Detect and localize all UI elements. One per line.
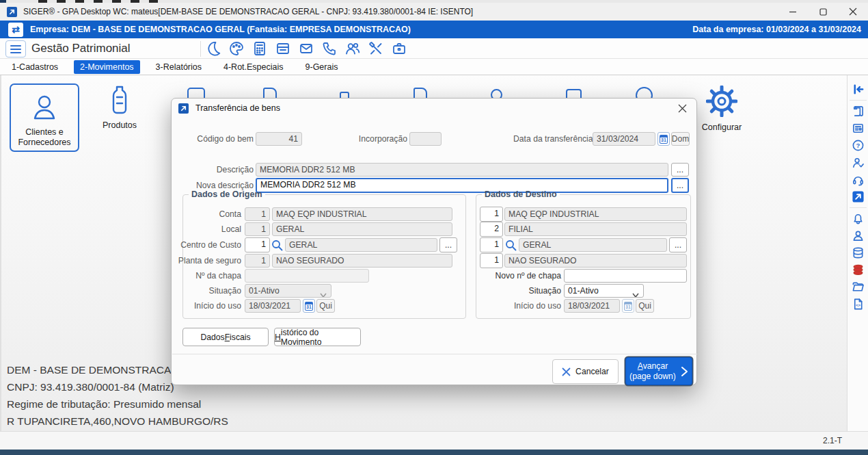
gear-icon <box>706 86 737 117</box>
bottom-window-edge <box>0 450 868 455</box>
tab-rot-especiais[interactable]: 4-Rot.Especiais <box>217 60 290 74</box>
siger-arrow-icon <box>178 103 189 114</box>
n-da-chapa-field <box>245 269 369 283</box>
company-bar: ⇄ Empresa: DEM - BASE DE DEMONSTRACAO GE… <box>0 21 868 38</box>
card-icon[interactable] <box>275 40 291 57</box>
tab-gerais[interactable]: 9-Gerais <box>299 60 344 74</box>
coins-red-icon[interactable] <box>850 263 865 278</box>
moon-icon[interactable] <box>205 40 221 57</box>
novo-n-de-chapa-input[interactable] <box>564 269 687 283</box>
headset-icon[interactable] <box>850 172 865 187</box>
transferencia-de-bens-dialog: Transferência de bens Código do bem 41 I… <box>171 98 697 385</box>
search-icon[interactable] <box>271 238 283 252</box>
codigo-do-bem-label: Código do bem <box>184 132 254 146</box>
cancelar-label: Cancelar <box>575 367 609 376</box>
historico-do-movimento-button[interactable]: Histórico do Movimento <box>274 328 361 346</box>
tab-relatorios[interactable]: 3-Relatórios <box>150 60 208 74</box>
tile-configurar[interactable]: Configurar <box>690 86 753 133</box>
situacao-origem-label: Situação <box>174 284 241 298</box>
local-desc-field: GERAL <box>272 222 452 236</box>
situacao-destino-dropdown[interactable]: 01-Ativo <box>564 284 644 298</box>
database-icon[interactable] <box>850 246 865 261</box>
centro-de-custo-more-button[interactable]: ... <box>439 237 457 252</box>
dados-de-origem-legend: Dados de Origem <box>189 190 265 199</box>
avancar-button[interactable]: Avançar (page down) <box>625 357 692 385</box>
svg-text:<>: <> <box>855 302 860 307</box>
dados-de-destino-legend: Dados de Destino <box>482 190 560 199</box>
destino-cc-num-input[interactable]: 1 <box>480 237 503 252</box>
inicio-do-uso-destino-label: Início do uso <box>486 299 561 313</box>
incorporacao-field <box>409 132 442 146</box>
tile-label: Clientes e Fornecedores <box>11 127 78 148</box>
dados-fiscais-button[interactable]: Dados Fiscais <box>182 328 269 346</box>
calculator-icon[interactable] <box>252 40 268 57</box>
calendar-icon[interactable]: 31 <box>303 299 315 313</box>
application-window: SIGER® - GPA Desktop WC: mateus[DEM-BASE… <box>0 0 868 455</box>
destino-cc-more-button[interactable]: ... <box>669 237 687 252</box>
users-icon[interactable] <box>344 40 361 57</box>
company-name: Empresa: DEM - BASE DE DEMONSTRACAO GERA… <box>30 25 411 34</box>
conta-label: Conta <box>188 207 241 221</box>
siger-arrow-icon <box>7 7 17 17</box>
tile-produtos[interactable]: Produtos <box>88 85 151 131</box>
divider <box>850 207 867 208</box>
status-bar: 2.1-T <box>0 431 868 450</box>
phone-icon[interactable] <box>321 40 338 57</box>
tab-bar: 1-Cadastros 2-Movimentos 3-Relatórios 4-… <box>0 59 868 75</box>
inicio-do-uso-destino-field: 18/03/2021 <box>564 299 620 313</box>
user-check-icon[interactable] <box>850 155 865 170</box>
situacao-origem-dropdown: 01-Ativo <box>245 284 331 298</box>
folder-open-icon[interactable] <box>850 280 865 295</box>
destino-planta-num-input[interactable]: 1 <box>480 253 503 268</box>
help-icon[interactable]: ? <box>850 138 865 153</box>
destino-local-desc-field: FILIAL <box>504 222 687 236</box>
dialog-close-icon[interactable] <box>670 100 694 116</box>
close-icon[interactable] <box>838 3 868 21</box>
tile-clientes-fornecedores[interactable]: Clientes e Fornecedores <box>10 83 79 152</box>
module-title: Gestão Patrimonial <box>31 42 131 55</box>
palette-icon[interactable] <box>228 40 245 57</box>
collapse-left-icon[interactable] <box>850 82 865 97</box>
tab-cadastros[interactable]: 1-Cadastros <box>5 60 64 74</box>
calendar-icon: 31 <box>622 299 634 313</box>
hamburger-icon[interactable] <box>5 40 26 57</box>
newspaper-icon[interactable] <box>850 121 865 136</box>
conta-num-field: 1 <box>245 207 270 221</box>
scroll-icon[interactable] <box>850 104 865 119</box>
dialog-header[interactable]: Transferência de bens <box>172 99 696 118</box>
cancelar-button[interactable]: Cancelar <box>552 359 619 384</box>
destino-planta-desc-field: NAO SEGURADO <box>504 254 687 268</box>
bell-icon[interactable] <box>850 211 865 226</box>
destino-local-num-input[interactable]: 2 <box>480 222 503 237</box>
file-code-icon[interactable]: <> <box>850 297 865 312</box>
situacao-destino-label: Situação <box>486 284 561 298</box>
search-icon[interactable] <box>504 238 517 252</box>
swap-arrows-icon[interactable]: ⇄ <box>8 23 23 37</box>
tools-icon[interactable] <box>368 40 384 57</box>
destino-conta-desc-field: MAQ EQP INDUSTRIAL <box>504 207 687 221</box>
tab-movimentos[interactable]: 2-Movimentos <box>74 60 140 74</box>
weekday-box: Dom <box>671 132 690 146</box>
maximize-icon[interactable] <box>808 3 838 21</box>
data-transferencia-field: 31/03/2024 <box>593 132 655 146</box>
centro-de-custo-num-input[interactable]: 1 <box>245 237 270 252</box>
divider <box>850 100 867 101</box>
descricao-more-button[interactable]: ... <box>671 163 689 177</box>
user-icon[interactable] <box>850 229 865 244</box>
destino-conta-num-input[interactable]: 1 <box>480 207 503 222</box>
local-num-field: 1 <box>245 222 270 236</box>
data-transferencia-label: Data da transferência <box>513 132 590 146</box>
calendar-icon[interactable]: 31 <box>657 132 670 146</box>
minimize-icon[interactable] <box>778 3 808 21</box>
briefcase-icon[interactable] <box>391 40 407 57</box>
destino-cc-desc-field: GERAL <box>519 238 667 252</box>
local-label: Local <box>188 222 241 236</box>
chevron-down-icon <box>632 289 639 294</box>
siger-arrow-icon[interactable] <box>850 190 865 205</box>
novo-n-de-chapa-label: Novo nº de chapa <box>486 269 561 283</box>
codigo-do-bem-field: 41 <box>256 132 302 146</box>
company-info-line: R TUPANCIRETA,460,NOVO HAMBURGO/RS <box>7 413 228 430</box>
mail-icon[interactable] <box>298 40 314 57</box>
chevron-right-icon <box>680 366 688 377</box>
company-date-range: Data da empresa: 01/03/2024 a 31/03/2024 <box>692 25 861 34</box>
